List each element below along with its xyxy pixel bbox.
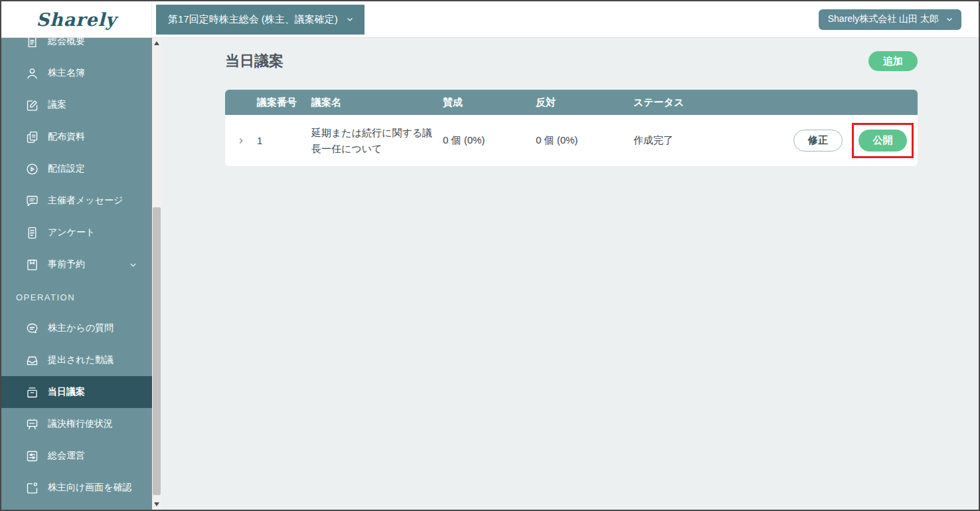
meeting-selector-dropdown[interactable]: 第17回定時株主総会 (株主、議案確定) (156, 5, 365, 35)
sidebar-item-distributed-materials[interactable]: 配布資料 (1, 121, 152, 153)
sidebar-item-shareholder-questions[interactable]: 株主からの質問 (1, 312, 152, 344)
table-row: 1 延期または続行に関する議長一任について 0 個 (0%) 0 個 (0%) … (225, 115, 918, 166)
chevron-down-icon (129, 260, 137, 269)
inbox-icon (25, 354, 39, 367)
sidebar-nav: 総会概要 株主名簿 議案 配布資料 配信設定 (1, 38, 152, 510)
sidebar-item-agenda[interactable]: 議案 (1, 89, 152, 121)
sidebar-item-day-of-agenda[interactable]: 当日議案 (1, 376, 152, 408)
sidebar-item-label: 議決権行使状況 (48, 418, 113, 430)
sidebar-item-survey[interactable]: アンケート (1, 217, 152, 249)
agenda-table: 議案番号 議案名 賛成 反対 ステータス 1 延期または続行に関する議長一任につ… (225, 90, 918, 166)
sidebar-item-label: 主催者メッセージ (48, 195, 123, 207)
sidebar-item-voting-status[interactable]: 議決権行使状況 (1, 408, 152, 440)
board-icon (25, 417, 39, 431)
main-content: 当日議案 追加 議案番号 議案名 賛成 反対 ステータス 1 (161, 38, 979, 510)
user-account-dropdown[interactable]: Sharely株式会社 山田 太郎 (819, 9, 961, 30)
sliders-icon (25, 449, 39, 463)
publish-button[interactable]: 公開 (858, 130, 907, 152)
sidebar-item-label: 配信設定 (48, 163, 85, 175)
sidebar-item-label: 株主向け画面を確認 (48, 482, 132, 494)
copy-icon (25, 130, 39, 144)
triangle-down-icon (154, 502, 159, 506)
header-votes-for: 賛成 (443, 96, 536, 109)
sidebar-item-label: 総会運営 (48, 450, 85, 462)
scrollbar-track[interactable] (152, 49, 161, 499)
play-circle-icon (25, 162, 39, 176)
edit-button[interactable]: 修正 (793, 130, 843, 152)
header-agenda-name: 議案名 (311, 96, 443, 109)
sidebar-item-label: 当日議案 (48, 386, 85, 398)
sidebar-section-operation: OPERATION (16, 292, 152, 306)
meeting-selector-label: 第17回定時株主総会 (株主、議案確定) (168, 13, 338, 26)
scrollbar-down-arrow[interactable] (152, 499, 161, 510)
file-text-icon (25, 38, 39, 49)
agenda-name-value: 延期または続行に関する議長一任について (311, 117, 443, 164)
row-actions: 修正 公開 (760, 123, 918, 158)
user-icon (25, 66, 39, 80)
message-icon (25, 194, 39, 208)
survey-icon (25, 226, 39, 240)
logo-zone: Sharely (1, 1, 152, 37)
sidebar-item-label: 事前予約 (48, 258, 85, 270)
status-value: 作成完了 (633, 134, 760, 147)
sidebar-item-label: 配布資料 (48, 131, 85, 143)
sidebar-item-label: 提出された動議 (48, 354, 114, 366)
bookmark-icon (25, 258, 39, 272)
header-votes-against: 反対 (536, 96, 633, 109)
sidebar-item-streaming-settings[interactable]: 配信設定 (1, 153, 152, 185)
edit-icon (25, 98, 39, 112)
external-screen-icon (25, 481, 39, 495)
user-account-label: Sharely株式会社 山田 太郎 (828, 13, 939, 25)
question-chat-icon (25, 322, 39, 336)
agenda-number-value: 1 (257, 135, 311, 146)
chevron-down-icon (945, 15, 953, 23)
table-header-row: 議案番号 議案名 賛成 反対 ステータス (225, 90, 918, 115)
sidebar-item-advance-reservation[interactable]: 事前予約 (1, 249, 152, 280)
sidebar-item-shareholder-register[interactable]: 株主名簿 (1, 57, 152, 89)
scrollbar-thumb[interactable] (153, 207, 161, 495)
triangle-up-icon (154, 41, 159, 45)
chevron-right-icon (236, 136, 246, 146)
scrollbar-up-arrow[interactable] (152, 38, 161, 49)
votes-against-value: 0 個 (0%) (536, 134, 633, 147)
page-title: 当日議案 (225, 51, 284, 71)
votes-for-value: 0 個 (0%) (443, 134, 536, 147)
sidebar-item-label: 株主名簿 (48, 67, 85, 79)
row-expander[interactable] (225, 136, 257, 146)
sidebar-item-organizer-message[interactable]: 主催者メッセージ (1, 185, 152, 217)
add-button[interactable]: 追加 (868, 51, 918, 71)
sidebar-item-label: 総会概要 (48, 38, 85, 47)
header-agenda-number: 議案番号 (257, 96, 311, 109)
sidebar-item-submitted-motions[interactable]: 提出された動議 (1, 344, 152, 376)
header-status: ステータス (633, 96, 760, 109)
sidebar-item-label: アンケート (48, 227, 95, 239)
app-window: Sharely 第17回定時株主総会 (株主、議案確定) Sharely株式会社… (0, 0, 980, 511)
sidebar-item-meeting-operations[interactable]: 総会運営 (1, 440, 152, 472)
sidebar-item-label: 議案 (48, 99, 66, 111)
annotation-highlight-box: 公開 (852, 123, 914, 158)
top-header: Sharely 第17回定時株主総会 (株主、議案確定) Sharely株式会社… (1, 1, 979, 38)
archive-icon (25, 385, 39, 399)
sidebar-item-preview-shareholder-screen[interactable]: 株主向け画面を確認 (1, 472, 152, 504)
chevron-down-icon (346, 15, 354, 23)
sidebar-item-meeting-overview[interactable]: 総会概要 (1, 38, 152, 57)
sidebar-scrollbar (152, 38, 161, 510)
sharely-logo: Sharely (37, 9, 117, 30)
sidebar-item-label: 株主からの質問 (48, 322, 114, 334)
